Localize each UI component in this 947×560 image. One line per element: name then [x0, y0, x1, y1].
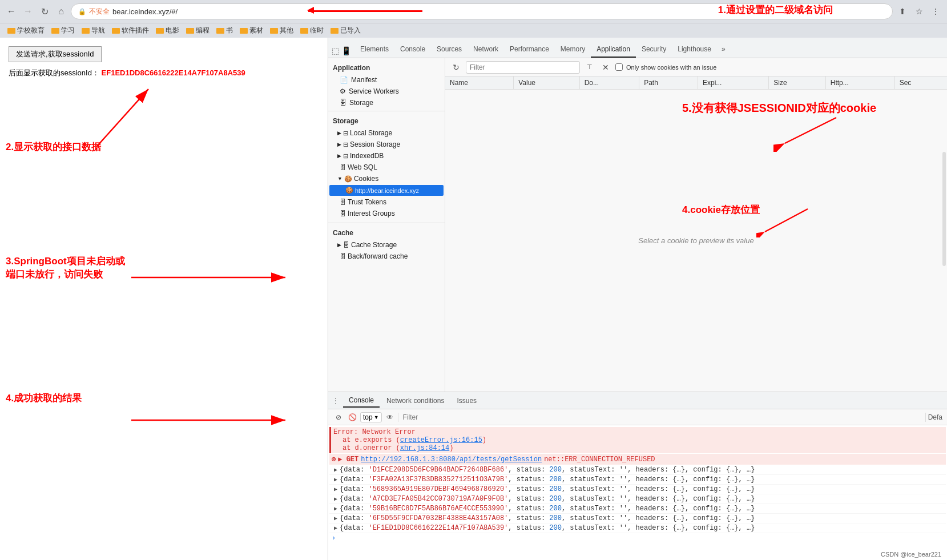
sidebar-item-interest-groups[interactable]: 🗄 Interest Groups [328, 208, 445, 219]
tab-network[interactable]: Network [468, 42, 504, 58]
back-forward-icon: 🗄 [340, 253, 346, 260]
console-drag-handle: ⋮ [332, 396, 340, 405]
sidebar-item-session-storage[interactable]: ▶ ⊟ Session Storage [328, 139, 445, 150]
create-error-link[interactable]: createError.js:16:15 [400, 436, 482, 444]
expand-arrow-3[interactable]: ▶ [334, 486, 337, 493]
cookies-expand-icon: ▼ [337, 176, 342, 182]
expand-arrow-2[interactable]: ▶ [334, 476, 337, 483]
cookies-icon: 🍪 [344, 175, 352, 183]
expand-arrow-1[interactable]: ▶ [334, 466, 337, 473]
storage-icon: 🗄 [340, 99, 346, 107]
filter-options-button[interactable]: ⊤ [583, 61, 596, 74]
bookmark-电影[interactable]: 电影 [153, 25, 182, 37]
col-size: Size [769, 76, 826, 90]
console-tab-issues[interactable]: Issues [451, 394, 482, 407]
tab-console[interactable]: Console [394, 42, 431, 58]
arrow-3 [126, 255, 297, 300]
top-selector[interactable]: top ▼ [360, 412, 382, 422]
sidebar-item-trust-tokens[interactable]: 🗄 Trust Tokens [328, 196, 445, 208]
sidebar-item-service-workers[interactable]: ⚙ Service Workers [328, 86, 445, 97]
tab-more[interactable]: » [717, 42, 730, 58]
clear-console-button[interactable]: ⊘ [333, 412, 344, 423]
console-error-block: Error: Network Error at e.exports (creat… [329, 427, 946, 453]
cookie-url-icon: 🍪 [345, 187, 353, 194]
share-button[interactable]: ⬆ [896, 5, 909, 18]
bookmark-临时[interactable]: 临时 [297, 25, 327, 37]
sidebar-item-local-storage[interactable]: ▶ ⊟ Local Storage [328, 127, 445, 139]
indexeddb-icon: ⊟ [343, 152, 348, 160]
address-arrowhead [307, 7, 314, 14]
empty-preview: Select a cookie to preview its value [445, 90, 947, 392]
address-text: bear.iceindex.xyz/#/ [112, 7, 178, 16]
sidebar-item-web-sql[interactable]: 🗄 Web SQL [328, 162, 445, 173]
svg-line-7 [785, 118, 836, 143]
delete-cookies-button[interactable]: ✕ [599, 61, 612, 74]
console-tab-network-conditions[interactable]: Network conditions [381, 394, 450, 407]
expand-arrow-6[interactable]: ▶ [334, 515, 337, 522]
sidebar-item-cookies[interactable]: ▼ 🍪 Cookies [328, 173, 445, 184]
arrow-4-right [756, 203, 813, 237]
xhr-link[interactable]: xhr.js:84:14 [400, 444, 449, 452]
devtools-sidebar: Application 📄 Manifest ⚙ Service Workers… [328, 58, 445, 392]
sidebar-item-cookie-url[interactable]: 🍪 http://bear.iceindex.xyz [329, 185, 444, 196]
reload-button[interactable]: ↻ [38, 5, 51, 18]
home-button[interactable]: ⌂ [54, 5, 68, 18]
tab-sources[interactable]: Sources [431, 42, 468, 58]
bookmark-学习[interactable]: 学习 [49, 25, 78, 37]
device-icon[interactable]: 📱 [341, 46, 351, 55]
bookmark-编程[interactable]: 编程 [183, 25, 212, 37]
only-issues-checkbox[interactable] [615, 63, 623, 71]
bookmark-书[interactable]: 书 [213, 25, 236, 37]
refresh-cookies-button[interactable]: ↻ [450, 61, 462, 74]
star-button[interactable]: ☆ [912, 5, 926, 18]
lock-label: 不安全 [89, 7, 110, 17]
sidebar-item-manifest[interactable]: 📄 Manifest [328, 74, 445, 86]
tab-elements[interactable]: Elements [354, 42, 394, 58]
sidebar-item-storage[interactable]: 🗄 Storage [328, 97, 445, 108]
eye-button[interactable]: 👁 [384, 412, 396, 423]
col-path: Path [639, 76, 698, 90]
console-network-error: ⊗ ▶ GET http://192.168.1.3:8080/api/test… [329, 454, 946, 465]
network-error-url[interactable]: http://192.168.1.3:8080/api/tests/getSes… [361, 456, 542, 464]
tab-memory[interactable]: Memory [555, 42, 591, 58]
inspect-icon[interactable]: ⬚ [332, 46, 339, 55]
sidebar-item-cache-storage[interactable]: ▶ 🗄 Cache Storage [328, 239, 445, 251]
tab-application[interactable]: Application [591, 42, 636, 58]
browser-chrome: ← → ↻ ⌂ 🔒 不安全 bear.iceindex.xyz/#/ 1.通过设… [0, 0, 947, 38]
tab-lighthouse[interactable]: Lighthouse [672, 42, 717, 58]
back-button[interactable]: ← [5, 5, 18, 18]
default-label: Defa [928, 413, 942, 421]
arrow-2 [91, 83, 205, 152]
tab-security[interactable]: Security [636, 42, 672, 58]
bookmark-学校教育[interactable]: 学校教育 [5, 25, 47, 37]
bookmark-导航[interactable]: 导航 [79, 25, 108, 37]
get-method-label: ▶ GET [338, 455, 358, 464]
console-data-7: ▶ {data: 'EF1ED1DD8C6616222E14A7F107A8A5… [329, 523, 946, 533]
sidebar-application-header: Application [328, 62, 445, 74]
cookie-filter-input[interactable] [466, 61, 580, 74]
bookmark-已导入[interactable]: 已导入 [328, 25, 364, 37]
expand-arrow-5[interactable]: ▶ [334, 505, 337, 512]
col-expires: Expi... [698, 76, 768, 90]
console-content: Error: Network Error at e.exports (creat… [328, 425, 947, 560]
bookmark-其他[interactable]: 其他 [267, 25, 296, 37]
sidebar-item-indexeddb[interactable]: ▶ ⊟ IndexedDB [328, 150, 445, 162]
console-cursor-line[interactable]: › [329, 533, 946, 543]
forward-button[interactable]: → [21, 5, 35, 18]
preserve-log-button[interactable]: 🚫 [346, 412, 358, 423]
menu-button[interactable]: ⋮ [929, 5, 942, 18]
console-filter-input[interactable] [401, 412, 921, 422]
expand-arrow-4[interactable]: ▶ [334, 495, 337, 502]
bookmark-素材[interactable]: 素材 [237, 25, 266, 37]
bookmark-软件插件[interactable]: 软件插件 [109, 25, 152, 37]
console-tab-console[interactable]: Console [343, 394, 380, 408]
expand-arrow-7[interactable]: ▶ [334, 525, 337, 531]
sidebar-storage-header: Storage [328, 115, 445, 127]
main-area: 发送请求,获取sessionId 后面显示获取的sessionId： EF1ED… [0, 38, 947, 560]
sidebar-item-back-forward[interactable]: 🗄 Back/forward cache [328, 251, 445, 262]
tab-performance[interactable]: Performance [504, 42, 555, 58]
send-request-button[interactable]: 发送请求,获取sessionId [9, 46, 102, 62]
arrow-5 [773, 106, 842, 152]
indexeddb-expand-icon: ▶ [337, 153, 341, 159]
trust-tokens-icon: 🗄 [340, 199, 346, 206]
